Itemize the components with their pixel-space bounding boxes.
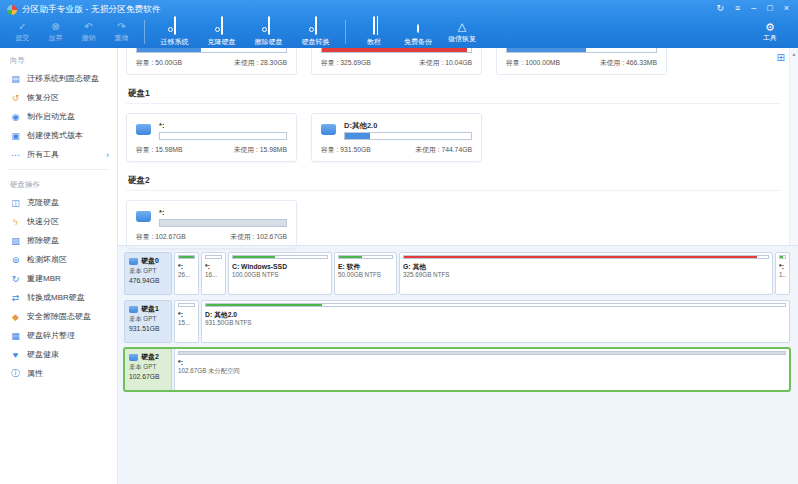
partition-block-d-drive[interactable]: D: 其他2.0 931.50GB NTFS [201,300,790,343]
partition-card[interactable]: 容量 : 325.69GB 未使用 : 10.04GB [311,48,482,75]
sidebar-item-recover-partition[interactable]: ↺ 恢复分区 [0,88,117,107]
partition-block[interactable]: *: 26... [174,252,199,295]
disk-icon [129,258,138,265]
bootable-cd-icon: ◉ [10,112,21,122]
partition-block[interactable]: *: 16... [201,252,226,295]
clone-icon: ◫ [10,198,21,208]
partition-icon [136,211,151,222]
sidebar-divider [8,169,109,170]
wipe-disk-button[interactable]: 擦除硬盘 [245,17,292,47]
partition-name: *: [159,208,287,217]
health-icon: ♥ [10,350,21,360]
disk1-label[interactable]: 硬盘1 基本 GPT 931.51GB [124,300,172,343]
sidebar: 向导 ▤ 迁移系统到固态硬盘 ↺ 恢复分区 ◉ 制作启动光盘 ▣ 创建便携式版本… [0,48,118,484]
unallocated-space-block[interactable]: *: 102.67GB 未分配空间 [174,348,790,391]
sidebar-item-wipe-disk[interactable]: ▨ 擦除硬盘 [0,231,117,250]
disk0-partition-cards-partial: 容量 : 50.00GB 未使用 : 28.30GB 容量 : 325.69GB… [126,48,780,75]
wrench-icon: ⚙ [750,21,790,33]
section-divider [126,103,780,104]
refresh-icon[interactable]: ↻ [716,3,724,13]
recover-icon: ↺ [10,93,21,103]
migrate-icon: ▤ [10,74,21,84]
minimize-icon[interactable]: – [751,3,756,13]
window-title: 分区助手专业版 - 无损分区免费软件 [22,4,161,16]
partition-block-e-drive[interactable]: E: 软件 50.00GB NTFS [334,252,397,295]
close-icon[interactable]: × [784,3,789,13]
disk1-section-title: 硬盘1 [128,88,780,100]
capacity-label: 容量 : 50.00GB [136,58,182,68]
usage-bar [321,48,472,53]
discard-icon: ⊗ [39,21,72,32]
sidebar-section-wizard: 向导 [0,51,117,69]
unused-label: 未使用 : 744.74GB [415,145,472,155]
wechat-recovery-button[interactable]: △ 微信恢复 [440,20,484,44]
disk1-partition-cards: *: 容量 : 15.98MB 未使用 : 15.98MB [126,113,780,162]
partition-block[interactable]: *: 15... [174,300,199,343]
window-controls: ↻ ≡ – □ × [716,3,789,13]
sidebar-item-defragment[interactable]: ▦ 硬盘碎片整理 [0,326,117,345]
partition-card[interactable]: 容量 : 1000.00MB 未使用 : 466.33MB [496,48,667,75]
sidebar-item-all-tools[interactable]: ⋯ 所有工具 › [0,145,117,164]
migrate-os-button[interactable]: 迁移系统 [151,17,198,47]
partition-block-g-drive[interactable]: G: 其他 325.69GB NTFS [399,252,773,295]
sidebar-item-bootable-media[interactable]: ◉ 制作启动光盘 [0,107,117,126]
sidebar-item-clone-disk[interactable]: ◫ 克隆硬盘 [0,193,117,212]
sidebar-item-disk-health[interactable]: ♥ 硬盘健康 [0,345,117,364]
sidebar-item-portable-version[interactable]: ▣ 创建便携式版本 [0,126,117,145]
apply-button[interactable]: ✓ 提交 [6,21,39,43]
header: 分区助手专业版 - 无损分区免费软件 ↻ ≡ – □ × ✓ 提交 ⊗ 放弃 ↶… [0,0,798,48]
migrate-os-icon [174,16,176,35]
defrag-icon: ▦ [10,331,21,341]
free-backup-button[interactable]: 免费备份 [396,17,440,47]
partition-card[interactable]: D:其他2.0 容量 : 931.50GB 未使用 : 744.74GB [311,113,482,162]
sidebar-item-secure-erase-ssd[interactable]: ◆ 安全擦除固态硬盘 [0,307,117,326]
disk-convert-button[interactable]: 硬盘转换 [292,17,339,47]
disk0-row: 硬盘0 基本 GPT 476.94GB *: 26... *: 16... [124,252,790,295]
disk-map-panel: 硬盘0 基本 GPT 476.94GB *: 26... *: 16... [118,246,798,484]
undo-button[interactable]: ↶ 撤销 [72,21,105,43]
disk0-label[interactable]: 硬盘0 基本 GPT 476.94GB [124,252,172,295]
wipe-icon: ▨ [10,236,21,246]
usage-bar [159,132,287,140]
rebuild-mbr-icon: ↻ [10,274,21,284]
view-toggle-icon[interactable]: ⊞ [777,52,785,63]
tools-button[interactable]: ⚙ 工具 [750,21,790,43]
partition-card[interactable]: *: 容量 : 15.98MB 未使用 : 15.98MB [126,113,297,162]
sidebar-item-bad-sector-test[interactable]: ⊚ 检测坏扇区 [0,250,117,269]
lightning-icon: ϟ [10,217,21,227]
unused-label: 未使用 : 466.33MB [600,58,657,68]
partition-card[interactable]: *: 容量 : 102.67GB 未使用 : 102.67GB [126,200,297,249]
menu-icon[interactable]: ≡ [735,3,740,13]
partition-card[interactable]: 容量 : 50.00GB 未使用 : 28.30GB [126,48,297,75]
scroll-up-icon[interactable]: ▲ [790,51,798,57]
disk-icon [129,306,138,313]
usage-bar [506,48,657,53]
disk2-row-selected: 硬盘2 基本 GPT 102.67GB *: 102.67GB 未分配空间 [124,348,790,391]
sidebar-item-migrate-os-to-ssd[interactable]: ▤ 迁移系统到固态硬盘 [0,69,117,88]
bad-sector-icon: ⊚ [10,255,21,265]
capacity-label: 容量 : 931.50GB [321,145,371,155]
disk2-label[interactable]: 硬盘2 基本 GPT 102.67GB [124,348,172,391]
maximize-icon[interactable]: □ [767,3,772,13]
redo-button[interactable]: ↷ 重做 [105,21,138,43]
chevron-right-icon: › [106,150,109,160]
clone-disk-button[interactable]: 克隆硬盘 [198,17,245,47]
partition-block-c-drive[interactable]: C: Windows-SSD 100.00GB NTFS [228,252,332,295]
partition-block[interactable]: *: 1... [775,252,790,295]
sidebar-item-properties[interactable]: ⓘ 属性 [0,364,117,383]
discard-button[interactable]: ⊗ 放弃 [39,21,72,43]
disk-convert-icon [315,16,317,35]
usage-bar [159,219,287,227]
partition-name: *: [159,121,287,130]
undo-icon: ↶ [72,21,105,32]
unused-label: 未使用 : 15.98MB [234,145,287,155]
disk2-section-title: 硬盘2 [128,175,780,187]
sidebar-item-rebuild-mbr[interactable]: ↻ 重建MBR [0,269,117,288]
sidebar-item-convert-to-mbr[interactable]: ⇄ 转换成MBR硬盘 [0,288,117,307]
app-logo-icon [7,5,17,15]
capacity-label: 容量 : 325.69GB [321,58,371,68]
sidebar-item-quick-partition[interactable]: ϟ 快速分区 [0,212,117,231]
convert-icon: ⇄ [10,293,21,303]
vertical-scrollbar[interactable]: ▲ [789,48,798,245]
tutorial-button[interactable]: 教程 [352,17,396,47]
